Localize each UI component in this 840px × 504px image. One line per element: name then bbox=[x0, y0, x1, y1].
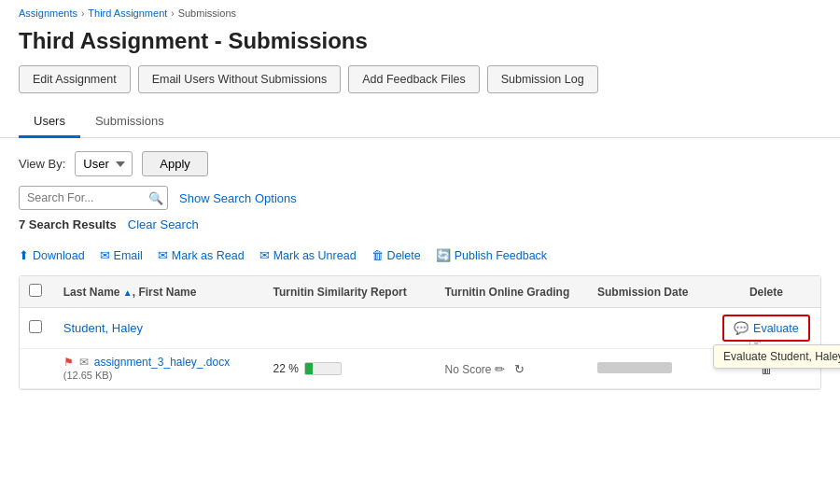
evaluate-btn-wrap: 💬 Evaluate Evaluate Student, Haley ☞ bbox=[722, 315, 810, 342]
search-row: 🔍 Show Search Options bbox=[19, 186, 821, 210]
submission-date-blurred bbox=[597, 362, 672, 373]
th-checkbox bbox=[20, 276, 54, 308]
mark-read-label: Mark as Read bbox=[172, 249, 245, 262]
table-header-row: Last Name ▲, First Name Turnitin Similar… bbox=[20, 276, 820, 308]
results-count: 7 Search Results bbox=[19, 217, 117, 231]
table-row: Student, Haley 💬 Evaluate Evaluate Stu bbox=[20, 308, 820, 349]
evaluate-label: Evaluate bbox=[753, 322, 799, 335]
score-bar-fill bbox=[305, 363, 313, 374]
download-icon: ⬆ bbox=[19, 248, 29, 262]
delete-action[interactable]: 🗑 Delete bbox=[371, 248, 421, 262]
submissions-table: Last Name ▲, First Name Turnitin Similar… bbox=[20, 276, 820, 389]
student-checkbox-cell bbox=[20, 308, 54, 349]
bulk-actions-bar: ⬆ Download ✉ Email ✉ Mark as Read ✉ Mark… bbox=[19, 241, 821, 270]
table-row: ⚑ ✉ assignment_3_haley_.docx (12.65 KB) … bbox=[20, 349, 820, 389]
breadcrumb-third-assignment[interactable]: Third Assignment bbox=[88, 7, 167, 19]
chat-icon: 💬 bbox=[734, 321, 749, 335]
evaluate-tooltip: Evaluate Student, Haley bbox=[713, 344, 840, 369]
file-date-cell bbox=[588, 349, 712, 389]
search-input[interactable] bbox=[19, 186, 168, 210]
publish-feedback-action[interactable]: 🔄 Publish Feedback bbox=[436, 248, 547, 262]
edit-assignment-button[interactable]: Edit Assignment bbox=[19, 65, 131, 93]
pencil-icon[interactable]: ✏ bbox=[495, 362, 505, 376]
no-score-label: No Score bbox=[445, 363, 492, 376]
th-lastname-text: Last Name ▲, First Name bbox=[63, 286, 197, 299]
student-name-link[interactable]: Student, Haley bbox=[63, 321, 143, 335]
email-users-button[interactable]: Email Users Without Submissions bbox=[138, 65, 342, 93]
clear-search-link[interactable]: Clear Search bbox=[128, 217, 199, 231]
show-search-options-link[interactable]: Show Search Options bbox=[179, 191, 297, 205]
tab-submissions[interactable]: Submissions bbox=[80, 106, 179, 138]
file-checkbox-cell bbox=[20, 349, 54, 389]
th-online-grading: Turnitin Online Grading bbox=[436, 276, 588, 308]
evaluate-button[interactable]: 💬 Evaluate bbox=[722, 315, 810, 342]
breadcrumb-assignments[interactable]: Assignments bbox=[19, 7, 77, 19]
search-icon: 🔍 bbox=[148, 191, 163, 205]
evaluate-tooltip-text: Evaluate Student, Haley bbox=[723, 350, 840, 363]
download-label: Download bbox=[33, 249, 85, 262]
submission-log-button[interactable]: Submission Log bbox=[487, 65, 598, 93]
file-size: (12.65 KB) bbox=[63, 370, 113, 381]
score-pct: 22 % bbox=[273, 362, 300, 375]
email-icon: ✉ bbox=[100, 248, 110, 262]
select-all-checkbox[interactable] bbox=[29, 284, 42, 297]
email-action[interactable]: ✉ Email bbox=[100, 248, 143, 262]
apply-button[interactable]: Apply bbox=[142, 151, 208, 176]
file-turnitin-cell: 22 % bbox=[264, 349, 436, 389]
breadcrumb-sep1: › bbox=[81, 8, 84, 19]
student-checkbox[interactable] bbox=[29, 320, 42, 333]
delete-label: Delete bbox=[387, 249, 421, 262]
mark-unread-icon: ✉ bbox=[259, 248, 270, 262]
publish-label: Publish Feedback bbox=[455, 249, 547, 262]
file-link[interactable]: assignment_3_haley_.docx bbox=[94, 356, 230, 369]
mark-read-icon: ✉ bbox=[158, 248, 168, 262]
delete-icon: 🗑 bbox=[371, 248, 384, 262]
search-input-wrap: 🔍 bbox=[19, 186, 168, 210]
file-email-icon: ✉ bbox=[79, 356, 89, 369]
results-row: 7 Search Results Clear Search bbox=[19, 217, 821, 231]
student-name-cell: Student, Haley bbox=[54, 308, 264, 349]
search-icon-button[interactable]: 🔍 bbox=[148, 191, 163, 205]
action-buttons-bar: Edit Assignment Email Users Without Subm… bbox=[0, 65, 840, 106]
file-name-cell: ⚑ ✉ assignment_3_haley_.docx (12.65 KB) bbox=[54, 349, 264, 389]
th-delete: Delete bbox=[712, 276, 820, 308]
mark-unread-action[interactable]: ✉ Mark as Unread bbox=[259, 248, 357, 262]
refresh-icon[interactable]: ↻ bbox=[514, 362, 525, 376]
breadcrumb-sep2: › bbox=[171, 8, 174, 19]
filter-row: View By: User Apply bbox=[19, 151, 821, 176]
view-by-select[interactable]: User bbox=[75, 151, 133, 176]
student-date-cell bbox=[588, 308, 712, 349]
student-evaluate-cell: 💬 Evaluate Evaluate Student, Haley ☞ bbox=[712, 308, 820, 349]
student-turnitin-cell bbox=[264, 308, 436, 349]
score-bar bbox=[304, 362, 342, 375]
breadcrumb-current: Submissions bbox=[178, 7, 236, 19]
submissions-table-wrapper: Last Name ▲, First Name Turnitin Similar… bbox=[19, 275, 821, 390]
page-title: Third Assignment - Submissions bbox=[0, 22, 840, 65]
th-lastname[interactable]: Last Name ▲, First Name bbox=[54, 276, 264, 308]
tab-users[interactable]: Users bbox=[19, 106, 80, 138]
score-badge: 22 % bbox=[273, 362, 427, 375]
download-action[interactable]: ⬆ Download bbox=[19, 248, 85, 262]
tabs-container: Users Submissions bbox=[0, 106, 840, 138]
main-content: View By: User Apply 🔍 Show Search Option… bbox=[0, 138, 840, 403]
breadcrumb: Assignments › Third Assignment › Submiss… bbox=[0, 0, 840, 22]
flag-icon: ⚑ bbox=[63, 356, 74, 369]
th-turnitin: Turnitin Similarity Report bbox=[264, 276, 436, 308]
view-by-label: View By: bbox=[19, 157, 65, 171]
mark-read-action[interactable]: ✉ Mark as Read bbox=[158, 248, 245, 262]
add-feedback-button[interactable]: Add Feedback Files bbox=[348, 65, 479, 93]
file-online-cell: No Score ✏ ↻ bbox=[436, 349, 588, 389]
th-date: Submission Date bbox=[588, 276, 712, 308]
student-online-cell bbox=[436, 308, 588, 349]
mark-unread-label: Mark as Unread bbox=[273, 249, 357, 262]
publish-icon: 🔄 bbox=[436, 248, 451, 262]
email-label: Email bbox=[114, 249, 143, 262]
